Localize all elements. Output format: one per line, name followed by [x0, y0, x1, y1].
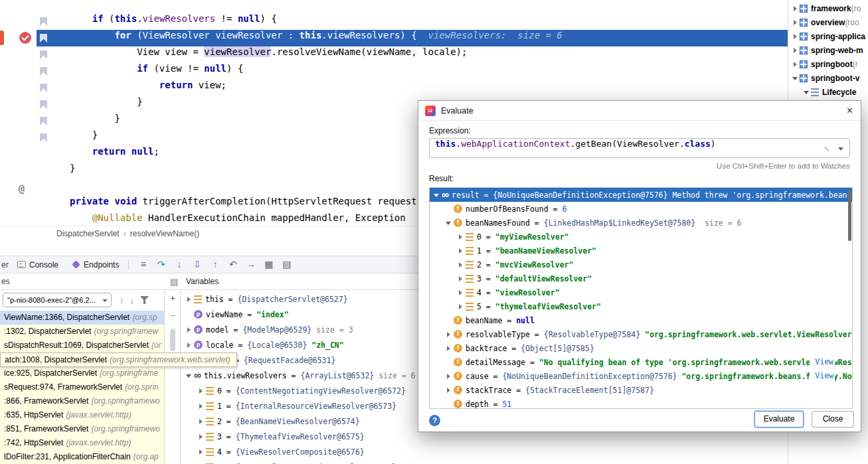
expand-editor-icon[interactable]: ↔ — [821, 141, 834, 155]
stack-frame[interactable]: :742, HttpServlet(javax.servlet.http) — [0, 436, 165, 450]
project-tree-item[interactable]: springboot (r — [788, 57, 868, 71]
result-row[interactable]: fresolvableType = {ResolvableType@7584} … — [430, 327, 852, 341]
breadcrumb-class[interactable]: DispatcherServlet — [56, 229, 120, 238]
toolbar-run-to-cursor-icon[interactable]: → — [242, 256, 260, 273]
stack-frame[interactable]: sRequest:974, FrameworkServlet(org.sprin — [0, 380, 165, 394]
scrollbar-thumb[interactable] — [848, 191, 851, 241]
chevron-down-icon[interactable] — [838, 147, 843, 151]
chevron-right-icon[interactable] — [444, 330, 453, 339]
toolbar-drop-frame-icon[interactable]: ↶ — [224, 256, 242, 273]
code-line[interactable]: if (view != null) { — [0, 63, 788, 80]
filter-funnel-icon[interactable] — [140, 296, 149, 304]
toolbar-step-out-icon[interactable]: ↑ — [206, 256, 224, 273]
chevron-right-icon[interactable] — [185, 325, 193, 334]
chevron-right-icon[interactable] — [456, 260, 465, 269]
chevron-right-icon[interactable] — [444, 372, 453, 380]
evaluate-button[interactable]: Evaluate — [754, 411, 804, 427]
frame-up-icon[interactable]: ↑ — [120, 295, 124, 305]
thread-selector[interactable]: "p-nio-8080-exec-2"@6,2... — [3, 293, 112, 307]
code-line[interactable]: if (this.viewResolvers != null) { — [0, 13, 788, 30]
chevron-right-icon[interactable] — [444, 344, 453, 352]
toolbar-mute-breakpoints-icon[interactable]: ▤ — [278, 256, 296, 273]
result-row[interactable]: fstackTrace = {StackTraceElement[51]@758… — [430, 383, 852, 397]
chevron-right-icon[interactable] — [456, 274, 465, 283]
result-row[interactable]: fnumberOfBeansFound = 6 — [430, 202, 852, 216]
stack-frame[interactable]: ice:925, DispatcherServlet(org.springfra… — [0, 366, 165, 380]
breadcrumb-method[interactable]: resolveViewName() — [130, 229, 199, 238]
result-row[interactable]: 3 = "defaultViewResolver" — [430, 271, 852, 285]
tab-console[interactable]: Console — [11, 256, 65, 273]
result-row[interactable]: 1 = "beanNameViewResolver" — [430, 244, 852, 258]
variable-row[interactable]: 4 = {ViewResolverComposite@6576} — [181, 444, 788, 459]
chevron-down-icon[interactable] — [444, 218, 453, 227]
result-row[interactable]: fdepth = 51 — [430, 397, 852, 409]
result-row[interactable]: fbeanNamesFound = {LinkedHashMap$LinkedK… — [430, 216, 852, 230]
project-tree-item[interactable]: overview (roo — [788, 15, 868, 29]
remove-watch-icon[interactable]: − — [165, 310, 181, 321]
toolbar-menu-icon[interactable]: ≡ — [134, 256, 152, 273]
chevron-right-icon[interactable] — [456, 288, 465, 297]
chevron-right-icon[interactable] — [197, 386, 205, 395]
result-row[interactable]: ooresult = {NoUniqueBeanDefinitionExcept… — [430, 188, 852, 202]
chevron-right-icon[interactable] — [456, 246, 465, 255]
project-tree-item[interactable]: spring-web-m — [788, 43, 868, 57]
chevron-down-icon[interactable] — [185, 371, 193, 380]
result-row[interactable]: 0 = "myViewResolver" — [430, 230, 852, 244]
debugger-tab-cut[interactable]: er — [0, 260, 11, 270]
project-tree-item[interactable]: spring-applica — [788, 29, 868, 43]
view-link[interactable]: View — [810, 369, 835, 383]
chevron-right-icon[interactable] — [444, 386, 453, 394]
chevron-down-icon[interactable] — [432, 191, 441, 199]
stack-frame[interactable]: ViewName:1366, DispatcherServlet(org.sp — [0, 311, 165, 325]
chevron-down-icon[interactable] — [802, 88, 811, 96]
result-row[interactable]: 5 = "thymeleafViewResolver" — [430, 299, 852, 313]
result-row[interactable]: 4 = "viewResolver" — [430, 285, 852, 299]
toolbar-view-breakpoints-icon[interactable]: ▦ — [260, 256, 278, 273]
project-tree-item[interactable]: springboot-v — [788, 71, 868, 85]
frame-down-icon[interactable]: ↓ — [130, 295, 135, 305]
chevron-right-icon[interactable] — [197, 402, 205, 410]
add-watch-icon[interactable]: + — [165, 293, 181, 303]
chevron-right-icon[interactable] — [185, 295, 193, 303]
project-tree-item[interactable]: framework (ro — [788, 1, 868, 15]
stack-frame[interactable]: :866, FrameworkServlet(org.springframewo — [0, 394, 165, 408]
result-row[interactable]: 2 = "mvcViewResolver" — [430, 258, 852, 271]
code-line[interactable]: return view; — [0, 80, 788, 96]
toolbar-step-over-icon[interactable]: ↷ — [152, 256, 170, 273]
dialog-titlebar[interactable]: IJ Evaluate × — [418, 101, 861, 121]
chevron-right-icon[interactable] — [456, 302, 465, 311]
variable-row[interactable]: 5 = {InternalResourceViewResolver@6577} — [181, 459, 788, 464]
execution-line[interactable]: for (ViewResolver viewResolver : this.vi… — [0, 30, 788, 46]
close-icon[interactable]: × — [847, 101, 853, 121]
stack-frame[interactable]: :851, FrameworkServlet(org.springframewo — [0, 422, 165, 436]
view-link[interactable]: View — [810, 355, 835, 369]
code-line[interactable]: View view = viewResolver.resolveViewName… — [0, 46, 788, 63]
chevron-right-icon[interactable] — [791, 60, 800, 68]
chevron-down-icon[interactable] — [791, 74, 800, 82]
close-button[interactable]: Close — [812, 411, 854, 427]
stack-frame[interactable]: :1302, DispatcherServlet(org.springframe… — [0, 325, 165, 339]
stack-frame[interactable]: :635, HttpServlet(javax.servlet.http) — [0, 408, 165, 422]
result-row[interactable]: fbeanName = null — [430, 313, 852, 327]
chevron-right-icon[interactable] — [197, 432, 205, 441]
scrollbar-thumb[interactable] — [170, 329, 175, 351]
result-row[interactable]: fcause = {NoUniqueBeanDefinitionExceptio… — [430, 369, 852, 383]
chevron-right-icon[interactable] — [197, 447, 205, 456]
result-row[interactable]: fbacktrace = {Object[5]@7585} — [430, 341, 852, 355]
stack-frame[interactable]: lDoFilter:231, ApplicationFilterChain(or… — [0, 450, 165, 464]
project-tree-item[interactable]: Lifecycle — [788, 85, 868, 99]
toolbar-step-into-icon[interactable]: ↓ — [170, 256, 188, 273]
chevron-right-icon[interactable] — [456, 232, 465, 241]
result-row[interactable]: fdetailMessage = "No qualifying bean of … — [430, 355, 852, 369]
chevron-right-icon[interactable] — [791, 4, 800, 13]
stack-frame[interactable]: sDispatchResult:1069, DispatcherServlet(… — [0, 339, 165, 352]
chevron-right-icon[interactable] — [791, 46, 800, 54]
chevron-right-icon[interactable] — [791, 18, 800, 27]
help-icon[interactable]: ? — [429, 415, 440, 426]
tab-endpoints[interactable]: Endpoints — [65, 256, 126, 273]
toolbar-force-step-into-icon[interactable]: ⇩ — [188, 256, 206, 273]
chevron-right-icon[interactable] — [185, 341, 193, 349]
expression-input[interactable]: this.webApplicationContext.getBean(ViewR… — [429, 138, 850, 158]
chevron-right-icon[interactable] — [197, 417, 205, 425]
chevron-right-icon[interactable] — [791, 32, 800, 40]
